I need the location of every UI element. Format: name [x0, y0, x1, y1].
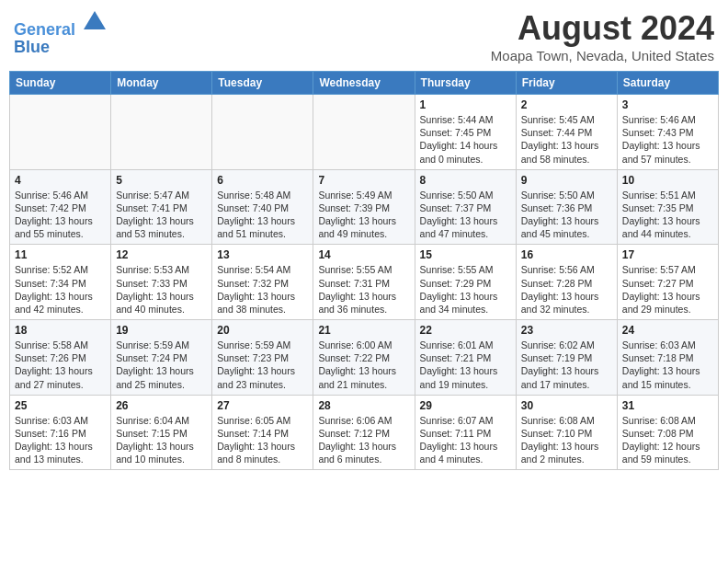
day-number: 31	[622, 399, 713, 412]
day-cell: 5Sunrise: 5:47 AM Sunset: 7:41 PM Daylig…	[111, 169, 212, 245]
day-info: Sunrise: 5:45 AM Sunset: 7:44 PM Dayligh…	[521, 113, 612, 166]
calendar-subtitle: Moapa Town, Nevada, United States	[491, 48, 714, 63]
day-number: 1	[420, 98, 511, 111]
logo-blue: Blue	[14, 38, 108, 57]
day-number: 29	[420, 399, 511, 412]
logo-text: General	[14, 9, 108, 40]
day-cell: 14Sunrise: 5:55 AM Sunset: 7:31 PM Dayli…	[313, 245, 415, 320]
day-info: Sunrise: 5:47 AM Sunset: 7:41 PM Dayligh…	[116, 189, 207, 241]
day-info: Sunrise: 5:59 AM Sunset: 7:23 PM Dayligh…	[217, 339, 308, 391]
week-row-2: 4Sunrise: 5:46 AM Sunset: 7:42 PM Daylig…	[10, 169, 719, 245]
day-number: 28	[318, 399, 409, 412]
day-cell: 8Sunrise: 5:50 AM Sunset: 7:37 PM Daylig…	[415, 169, 516, 245]
day-cell: 31Sunrise: 6:08 AM Sunset: 7:08 PM Dayli…	[617, 395, 718, 470]
weekday-header-row: SundayMondayTuesdayWednesdayThursdayFrid…	[10, 72, 719, 95]
day-cell: 16Sunrise: 5:56 AM Sunset: 7:28 PM Dayli…	[516, 245, 617, 320]
day-cell: 13Sunrise: 5:54 AM Sunset: 7:32 PM Dayli…	[212, 245, 313, 320]
day-info: Sunrise: 6:01 AM Sunset: 7:21 PM Dayligh…	[420, 339, 511, 391]
day-cell: 24Sunrise: 6:03 AM Sunset: 7:18 PM Dayli…	[617, 320, 718, 396]
day-number: 13	[217, 248, 308, 261]
day-number: 9	[521, 174, 612, 187]
day-number: 7	[318, 174, 409, 187]
day-info: Sunrise: 5:52 AM Sunset: 7:34 PM Dayligh…	[15, 263, 106, 316]
day-info: Sunrise: 5:58 AM Sunset: 7:26 PM Dayligh…	[15, 339, 106, 391]
day-cell: 23Sunrise: 6:02 AM Sunset: 7:19 PM Dayli…	[516, 320, 617, 396]
day-info: Sunrise: 5:53 AM Sunset: 7:33 PM Dayligh…	[116, 263, 207, 316]
day-number: 14	[318, 248, 409, 261]
day-number: 6	[217, 174, 308, 187]
day-number: 18	[15, 324, 106, 337]
day-info: Sunrise: 5:48 AM Sunset: 7:40 PM Dayligh…	[217, 189, 308, 241]
svg-marker-0	[84, 11, 106, 29]
day-info: Sunrise: 5:46 AM Sunset: 7:43 PM Dayligh…	[622, 113, 713, 166]
day-number: 25	[15, 399, 106, 412]
day-number: 23	[521, 324, 612, 337]
day-cell: 12Sunrise: 5:53 AM Sunset: 7:33 PM Dayli…	[111, 245, 212, 320]
day-number: 15	[420, 248, 511, 261]
day-cell: 27Sunrise: 6:05 AM Sunset: 7:14 PM Dayli…	[212, 395, 313, 470]
day-cell	[111, 95, 212, 170]
day-number: 2	[521, 98, 612, 111]
day-info: Sunrise: 6:06 AM Sunset: 7:12 PM Dayligh…	[318, 414, 409, 466]
day-cell: 25Sunrise: 6:03 AM Sunset: 7:16 PM Dayli…	[10, 395, 111, 470]
day-cell: 15Sunrise: 5:55 AM Sunset: 7:29 PM Dayli…	[415, 245, 516, 320]
day-number: 22	[420, 324, 511, 337]
day-number: 19	[116, 324, 207, 337]
day-info: Sunrise: 5:54 AM Sunset: 7:32 PM Dayligh…	[217, 263, 308, 316]
day-info: Sunrise: 5:56 AM Sunset: 7:28 PM Dayligh…	[521, 263, 612, 316]
calendar-title: August 2024	[491, 9, 714, 48]
calendar-table: SundayMondayTuesdayWednesdayThursdayFrid…	[9, 71, 719, 470]
day-number: 30	[521, 399, 612, 412]
day-number: 11	[15, 248, 106, 261]
day-info: Sunrise: 6:07 AM Sunset: 7:11 PM Dayligh…	[420, 414, 511, 466]
day-cell: 22Sunrise: 6:01 AM Sunset: 7:21 PM Dayli…	[415, 320, 516, 396]
day-number: 24	[622, 324, 713, 337]
day-cell: 2Sunrise: 5:45 AM Sunset: 7:44 PM Daylig…	[516, 95, 617, 170]
day-cell: 30Sunrise: 6:08 AM Sunset: 7:10 PM Dayli…	[516, 395, 617, 470]
week-row-5: 25Sunrise: 6:03 AM Sunset: 7:16 PM Dayli…	[10, 395, 719, 470]
weekday-wednesday: Wednesday	[313, 72, 415, 95]
day-cell: 10Sunrise: 5:51 AM Sunset: 7:35 PM Dayli…	[617, 169, 718, 245]
day-info: Sunrise: 5:50 AM Sunset: 7:37 PM Dayligh…	[420, 189, 511, 241]
day-info: Sunrise: 6:05 AM Sunset: 7:14 PM Dayligh…	[217, 414, 308, 466]
day-number: 8	[420, 174, 511, 187]
weekday-monday: Monday	[111, 72, 212, 95]
weekday-friday: Friday	[516, 72, 617, 95]
day-cell: 21Sunrise: 6:00 AM Sunset: 7:22 PM Dayli…	[313, 320, 415, 396]
weekday-thursday: Thursday	[415, 72, 516, 95]
day-info: Sunrise: 5:46 AM Sunset: 7:42 PM Dayligh…	[15, 189, 106, 241]
day-info: Sunrise: 5:51 AM Sunset: 7:35 PM Dayligh…	[622, 189, 713, 241]
title-block: August 2024 Moapa Town, Nevada, United S…	[491, 9, 714, 63]
day-cell: 18Sunrise: 5:58 AM Sunset: 7:26 PM Dayli…	[10, 320, 111, 396]
day-cell: 9Sunrise: 5:50 AM Sunset: 7:36 PM Daylig…	[516, 169, 617, 245]
logo-icon	[82, 9, 108, 35]
day-cell: 7Sunrise: 5:49 AM Sunset: 7:39 PM Daylig…	[313, 169, 415, 245]
day-info: Sunrise: 6:08 AM Sunset: 7:10 PM Dayligh…	[521, 414, 612, 466]
day-cell: 20Sunrise: 5:59 AM Sunset: 7:23 PM Dayli…	[212, 320, 313, 396]
day-number: 16	[521, 248, 612, 261]
day-info: Sunrise: 6:04 AM Sunset: 7:15 PM Dayligh…	[116, 414, 207, 466]
day-number: 4	[15, 174, 106, 187]
week-row-4: 18Sunrise: 5:58 AM Sunset: 7:26 PM Dayli…	[10, 320, 719, 396]
day-number: 5	[116, 174, 207, 187]
day-number: 27	[217, 399, 308, 412]
day-info: Sunrise: 6:03 AM Sunset: 7:16 PM Dayligh…	[15, 414, 106, 466]
logo: General Blue	[14, 9, 108, 57]
day-cell	[10, 95, 111, 170]
day-cell: 19Sunrise: 5:59 AM Sunset: 7:24 PM Dayli…	[111, 320, 212, 396]
day-cell: 29Sunrise: 6:07 AM Sunset: 7:11 PM Dayli…	[415, 395, 516, 470]
weekday-saturday: Saturday	[617, 72, 718, 95]
day-number: 21	[318, 324, 409, 337]
day-number: 10	[622, 174, 713, 187]
week-row-1: 1Sunrise: 5:44 AM Sunset: 7:45 PM Daylig…	[10, 95, 719, 170]
day-info: Sunrise: 5:55 AM Sunset: 7:29 PM Dayligh…	[420, 263, 511, 316]
day-number: 20	[217, 324, 308, 337]
day-cell	[313, 95, 415, 170]
day-cell: 4Sunrise: 5:46 AM Sunset: 7:42 PM Daylig…	[10, 169, 111, 245]
weekday-tuesday: Tuesday	[212, 72, 313, 95]
day-number: 26	[116, 399, 207, 412]
day-info: Sunrise: 5:57 AM Sunset: 7:27 PM Dayligh…	[622, 263, 713, 316]
day-cell: 11Sunrise: 5:52 AM Sunset: 7:34 PM Dayli…	[10, 245, 111, 320]
weekday-sunday: Sunday	[10, 72, 111, 95]
day-cell: 28Sunrise: 6:06 AM Sunset: 7:12 PM Dayli…	[313, 395, 415, 470]
